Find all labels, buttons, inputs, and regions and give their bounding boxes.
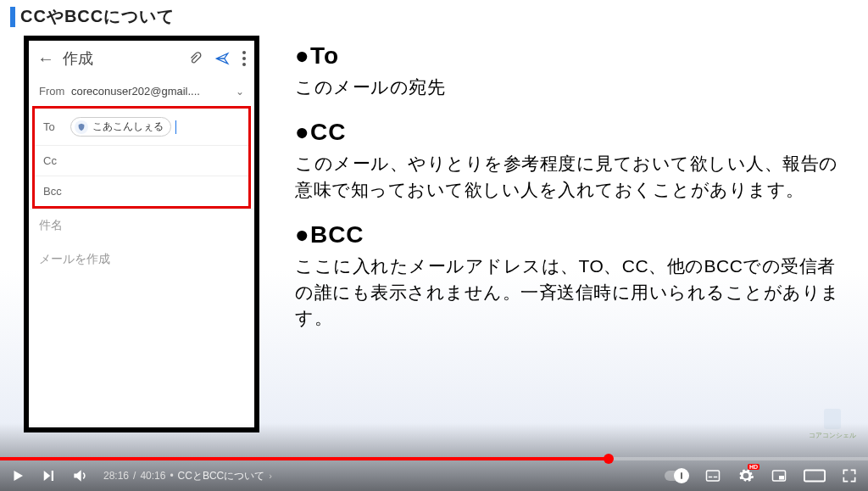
section-bcc-body: ここに入れたメールアドレスは、TO、CC、他のBCCでの受信者の誰にも表示されま… xyxy=(295,254,853,331)
svg-rect-0 xyxy=(707,471,720,481)
svg-rect-5 xyxy=(804,471,825,482)
bcc-label: Bcc xyxy=(43,185,70,198)
recipient-chip[interactable]: こあこんしぇる xyxy=(70,117,171,137)
cc-row[interactable]: Cc xyxy=(35,145,248,176)
to-label: To xyxy=(43,120,70,133)
more-vert-icon[interactable] xyxy=(242,51,246,66)
chapter-title[interactable]: CCとBCCについて xyxy=(178,469,265,483)
section-cc-heading: ●CC xyxy=(295,119,853,146)
duration: 40:16 xyxy=(140,470,165,482)
time-separator: / xyxy=(133,470,136,482)
chapter-caret-icon[interactable]: › xyxy=(269,471,272,481)
current-time: 28:16 xyxy=(103,470,129,482)
svg-rect-4 xyxy=(779,476,784,480)
theater-button[interactable] xyxy=(804,468,826,483)
chevron-down-icon[interactable]: ⌄ xyxy=(236,86,244,98)
play-button[interactable] xyxy=(10,467,25,484)
back-arrow-icon[interactable]: ← xyxy=(37,49,54,69)
next-button[interactable] xyxy=(41,468,56,483)
fullscreen-button[interactable] xyxy=(841,467,858,484)
send-icon[interactable] xyxy=(214,52,231,65)
compose-header-title: 作成 xyxy=(63,48,188,69)
section-cc: ●CC このメール、やりとりを参考程度に見ておいて欲しい人、報告の意味で知ってお… xyxy=(295,119,853,203)
from-value: coreconuser202@gmail.... xyxy=(71,85,236,98)
to-row[interactable]: To こあこんしぇる xyxy=(35,109,248,145)
cc-label: Cc xyxy=(43,154,70,167)
section-bcc-heading: ●BCC xyxy=(295,221,853,248)
section-to-heading: ●To xyxy=(295,42,853,70)
slide-title-accent xyxy=(10,7,15,27)
section-bcc: ●BCC ここに入れたメールアドレスは、TO、CC、他のBCCでの受信者の誰にも… xyxy=(295,221,853,331)
highlight-box: To こあこんしぇる Cc Bcc xyxy=(32,106,251,209)
recipient-chip-label: こあこんしぇる xyxy=(92,120,164,134)
brand-logo-text: コアコンシェル xyxy=(809,432,856,439)
svg-rect-2 xyxy=(714,477,718,478)
section-to-body: このメールの宛先 xyxy=(295,75,853,100)
brand-logo: コアコンシェル xyxy=(809,409,856,440)
attach-icon[interactable] xyxy=(188,51,202,66)
chapter-dot: • xyxy=(170,470,173,482)
bcc-row[interactable]: Bcc xyxy=(35,176,248,206)
slide-title: CCやBCCについて xyxy=(20,5,175,28)
explanation-column: ●To このメールの宛先 ●CC このメール、やりとりを参考程度に見ておいて欲し… xyxy=(295,42,853,350)
slide-title-wrap: CCやBCCについて xyxy=(10,5,175,28)
brand-logo-mark xyxy=(824,409,841,429)
subject-field[interactable]: 件名 xyxy=(29,209,254,242)
from-row[interactable]: From coreconuser202@gmail.... ⌄ xyxy=(29,76,254,106)
section-to: ●To このメールの宛先 xyxy=(295,42,853,100)
player-controls: 28:16 / 40:16 • CCとBCCについて › HD xyxy=(0,460,868,491)
text-cursor xyxy=(175,120,176,134)
compose-body-field[interactable]: メールを作成 xyxy=(29,242,254,277)
svg-rect-1 xyxy=(709,477,713,478)
settings-button[interactable]: HD xyxy=(737,467,754,484)
phone-mock: ← 作成 From coreconuser202@gmail.... ⌄ To xyxy=(24,36,259,432)
autoplay-toggle[interactable] xyxy=(665,471,688,481)
compose-header: ← 作成 xyxy=(29,41,254,76)
volume-button[interactable] xyxy=(71,467,88,484)
from-label: From xyxy=(39,85,71,98)
hd-badge: HD xyxy=(748,464,760,470)
section-cc-body: このメール、やりとりを参考程度に見ておいて欲しい人、報告の意味で知っておいて欲し… xyxy=(295,151,853,203)
miniplayer-button[interactable] xyxy=(770,468,788,483)
contact-shield-icon xyxy=(75,120,88,134)
subtitles-button[interactable] xyxy=(704,468,722,483)
time-display: 28:16 / 40:16 • CCとBCCについて › xyxy=(103,469,272,483)
